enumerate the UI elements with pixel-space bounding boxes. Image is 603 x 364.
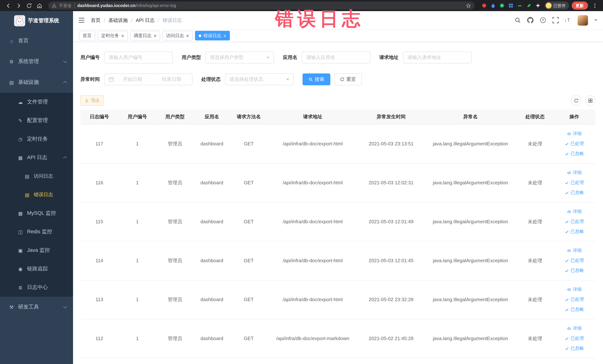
breadcrumb-item-0[interactable]: 首页 xyxy=(91,17,101,23)
mark-processed-link[interactable]: 已处理 xyxy=(555,294,594,305)
filter-user-id: 用户编号 请输入用户编号 xyxy=(81,52,173,63)
browser-menu-icon[interactable] xyxy=(590,1,599,10)
tab-home[interactable]: 首页 xyxy=(79,31,95,40)
breadcrumb-item-2[interactable]: API 日志 xyxy=(136,17,155,23)
detail-link[interactable]: 详细 xyxy=(555,168,594,178)
action-label: 已忽略 xyxy=(570,151,584,157)
tab-cron-job[interactable]: 定时任务× xyxy=(97,31,128,40)
mark-ignored-link[interactable]: 已忽略 xyxy=(555,305,594,315)
sidebar-item-mysql-monitor[interactable]: ▦MySQL 监控 xyxy=(0,204,73,223)
sidebar-item-file-manage[interactable]: ☁文件管理 xyxy=(0,93,73,111)
sidebar-item-system[interactable]: ⚙系统管理 xyxy=(0,51,73,72)
extension-pinwheel-icon[interactable] xyxy=(535,3,541,9)
extension-blue-drop-icon[interactable] xyxy=(490,3,496,9)
cell-app: dashboard xyxy=(194,163,230,202)
home-icon[interactable] xyxy=(35,1,44,10)
export-button[interactable]: 导出 xyxy=(81,95,104,106)
sidebar-item-error-log[interactable]: ▤错误日志 xyxy=(0,186,73,204)
sidebar-item-config-manage[interactable]: ✎配置管理 xyxy=(0,111,73,130)
close-icon[interactable]: × xyxy=(121,33,124,38)
process-status-select[interactable]: 请选择处理状态 xyxy=(225,73,294,85)
user-avatar[interactable] xyxy=(577,15,588,25)
help-icon[interactable]: ? xyxy=(540,17,546,23)
sidebar-item-home[interactable]: ⌂首页 xyxy=(0,30,73,51)
tab-error-log[interactable]: 错误日志× xyxy=(195,31,230,40)
reload-icon[interactable] xyxy=(24,1,33,10)
mark-processed-link[interactable]: 已处理 xyxy=(555,217,594,227)
mark-ignored-link[interactable]: 已忽略 xyxy=(555,343,594,353)
column-settings-button[interactable] xyxy=(585,95,595,106)
hamburger-icon[interactable] xyxy=(78,17,85,23)
close-icon[interactable]: × xyxy=(223,33,226,38)
tab-schedule-log[interactable]: 调度日志× xyxy=(130,31,160,40)
extension-leaf-icon[interactable] xyxy=(526,3,532,9)
sidebar-logo[interactable]: 芋道管理系统 xyxy=(0,11,73,30)
sidebar-item-redis-monitor[interactable]: ◫Redis 监控 xyxy=(0,223,73,241)
extension-red-circle-icon[interactable] xyxy=(481,3,487,9)
bookmark-star-icon[interactable] xyxy=(466,3,471,8)
back-icon[interactable] xyxy=(4,1,13,10)
sidebar-item-trace[interactable]: ◉链路追踪 xyxy=(0,260,73,278)
detail-link[interactable]: 详细 xyxy=(555,129,594,139)
tab-label: 定时任务 xyxy=(101,33,119,39)
sidebar-item-label: 文件管理 xyxy=(27,99,48,105)
sidebar-item-infra[interactable]: ▤基础设施 xyxy=(0,72,73,93)
cell-method: GET xyxy=(230,124,267,163)
extension-on-badge[interactable]: on xyxy=(517,3,523,8)
sidebar-item-cron-job[interactable]: ◷定时任务 xyxy=(0,130,73,148)
tab-access-log[interactable]: 访问日志× xyxy=(162,31,193,40)
sidebar-item-devtools[interactable]: ⚒研发工具 xyxy=(0,297,73,317)
sidebar-item-access-log[interactable]: ▤访问日志 xyxy=(0,167,73,186)
exception-time-range-picker[interactable]: 开始日期 - 结束日期 xyxy=(104,73,192,85)
avatar-caret-icon[interactable] xyxy=(594,19,597,21)
mark-ignored-link[interactable]: 已忽略 xyxy=(555,227,594,237)
font-size-icon[interactable]: tT xyxy=(565,17,571,23)
sidebar-item-java-monitor[interactable]: ▣Java 监控 xyxy=(0,241,73,260)
detail-link[interactable]: 详细 xyxy=(555,284,594,294)
search-button[interactable]: 搜索 xyxy=(302,73,330,85)
chevron-down-icon xyxy=(63,305,67,308)
mark-processed-link[interactable]: 已处理 xyxy=(555,178,594,188)
address-bar[interactable]: 不安全 dashboard.yudao.iocoder.cn/infra/log… xyxy=(48,1,474,10)
cell-user_id: 1 xyxy=(118,319,156,358)
cell-user_id: 1 xyxy=(118,241,156,280)
cell-user_type: 管理员 xyxy=(156,202,194,241)
request-url-input[interactable]: 请输入请求地址 xyxy=(403,52,472,63)
detail-link[interactable]: 详细 xyxy=(555,207,594,217)
filter-user-type: 用户类型 请选择用户类型 xyxy=(182,52,274,63)
sidebar-item-log-center[interactable]: ≣日志中心 xyxy=(0,278,73,297)
tab-label: 调度日志 xyxy=(134,33,151,39)
close-icon[interactable]: × xyxy=(154,33,156,38)
search-icon[interactable] xyxy=(514,17,521,23)
extension-blue-grid-icon[interactable] xyxy=(508,3,514,9)
sidebar-item-label: 研发工具 xyxy=(18,304,39,310)
mark-ignored-link[interactable]: 已忽略 xyxy=(555,188,594,198)
action-label: 详细 xyxy=(573,130,582,137)
forward-icon[interactable] xyxy=(14,1,23,10)
extension-green-circle-icon[interactable] xyxy=(499,3,505,9)
update-button[interactable]: 更新 xyxy=(571,1,588,10)
close-icon[interactable]: × xyxy=(186,33,189,38)
profile-paused-chip[interactable]: 已暂停 xyxy=(545,1,569,10)
user-id-input[interactable]: 请输入用户编号 xyxy=(104,52,173,63)
log-center-icon: ≣ xyxy=(17,285,24,290)
doc-icon: ▤ xyxy=(24,173,30,179)
github-icon[interactable] xyxy=(527,17,533,23)
detail-link[interactable]: 详细 xyxy=(555,323,594,333)
filter-row-2: 异常时间 开始日期 - 结束日期 处理状态 请选择处理状态 xyxy=(81,73,596,85)
breadcrumb-item-1[interactable]: 基础设施 xyxy=(108,17,128,23)
mark-processed-link[interactable]: 已处理 xyxy=(555,333,594,343)
mark-processed-link[interactable]: 已处理 xyxy=(555,139,594,149)
mark-processed-link[interactable]: 已处理 xyxy=(555,256,594,266)
reset-button[interactable]: 重置 xyxy=(334,73,362,85)
cell-status: 未处理 xyxy=(517,319,553,358)
sidebar-item-api-log[interactable]: ▦API 日志 xyxy=(0,148,73,167)
detail-link[interactable]: 详细 xyxy=(555,246,594,256)
fullscreen-icon[interactable] xyxy=(552,17,558,23)
mark-ignored-link[interactable]: 已忽略 xyxy=(555,266,594,276)
user-type-select[interactable]: 请选择用户类型 xyxy=(205,52,274,63)
refresh-button[interactable] xyxy=(571,95,581,106)
header-actions: ? tT xyxy=(514,15,597,25)
mark-ignored-link[interactable]: 已忽略 xyxy=(555,149,594,159)
app-name-input[interactable]: 请输入应用名 xyxy=(302,52,370,63)
